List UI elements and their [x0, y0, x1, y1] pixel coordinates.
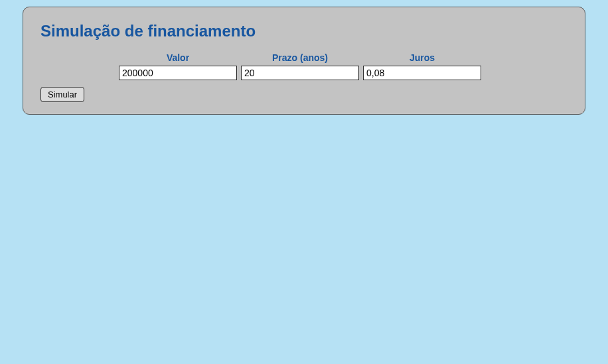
label-valor: Valor [119, 52, 237, 63]
field-prazo: Prazo (anos) [241, 52, 359, 80]
input-juros[interactable] [363, 66, 481, 80]
label-juros: Juros [363, 52, 481, 63]
field-valor: Valor [119, 52, 237, 80]
financing-panel: Simulação de financiamento Valor Prazo (… [23, 7, 585, 115]
input-prazo[interactable] [241, 66, 359, 80]
simulate-button[interactable]: Simular [40, 87, 84, 102]
fields-row: Valor Prazo (anos) Juros [119, 52, 568, 80]
page-title: Simulação de financiamento [40, 22, 568, 40]
input-valor[interactable] [119, 66, 237, 80]
field-juros: Juros [363, 52, 481, 80]
label-prazo: Prazo (anos) [241, 52, 359, 63]
